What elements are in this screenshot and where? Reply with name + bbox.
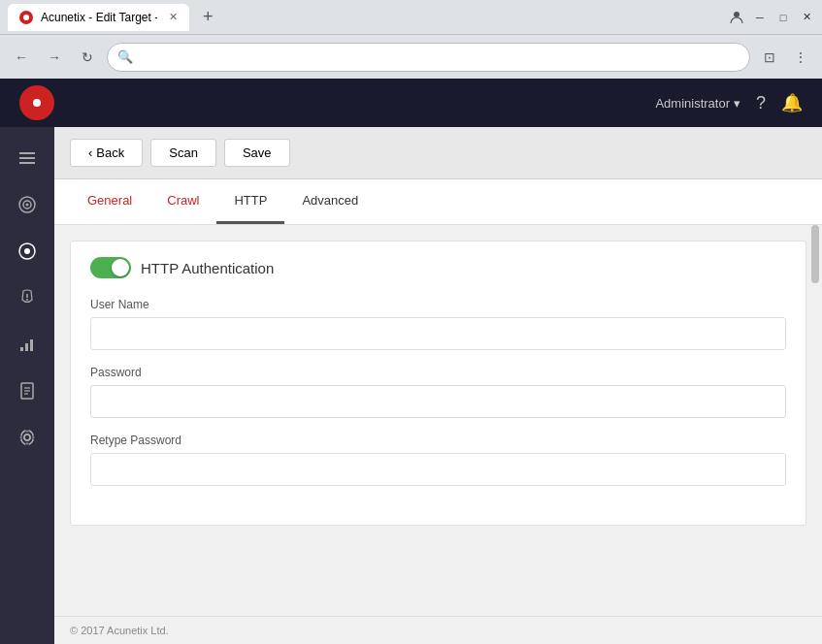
svg-rect-4 — [19, 157, 35, 159]
sidebar — [0, 127, 54, 644]
refresh-button[interactable]: ↻ — [74, 44, 101, 71]
retype-password-label: Retype Password — [90, 434, 786, 447]
svg-point-10 — [24, 248, 30, 254]
browser-toolbar-icons: ⊡ ⋮ — [756, 44, 814, 71]
svg-rect-3 — [19, 152, 35, 154]
save-button[interactable]: Save — [224, 139, 290, 167]
tab-http-label: HTTP — [234, 193, 267, 208]
search-icon: 🔍 — [117, 49, 133, 64]
menu-icon[interactable]: ⋮ — [787, 44, 814, 71]
sidebar-item-vulnerabilities[interactable] — [6, 276, 49, 319]
tab-crawl[interactable]: Crawl — [149, 179, 216, 224]
admin-button[interactable]: Administrator ▾ — [655, 96, 740, 111]
sidebar-item-targets[interactable] — [6, 183, 49, 226]
tab-favicon — [19, 11, 33, 24]
password-label: Password — [90, 366, 786, 379]
bookmark-icon[interactable]: ⊡ — [756, 44, 783, 71]
tab-favicon-inner — [23, 15, 29, 20]
browser-titlebar: Acunetix - Edit Target - h ✕ + ─ □ ✕ — [0, 0, 822, 34]
tab-http[interactable]: HTTP — [216, 179, 284, 224]
tab-advanced[interactable]: Advanced — [284, 179, 376, 224]
back-arrow-icon: ‹ — [88, 145, 92, 160]
address-input[interactable] — [139, 49, 740, 64]
browser-tab[interactable]: Acunetix - Edit Target - h ✕ — [8, 4, 189, 31]
sidebar-item-reports[interactable] — [6, 323, 49, 366]
forward-nav-button[interactable]: → — [41, 44, 68, 71]
sidebar-item-documents[interactable] — [6, 370, 49, 412]
back-nav-button[interactable]: ← — [8, 44, 35, 71]
http-auth-section: HTTP Authentication User Name Password R… — [70, 241, 806, 526]
admin-dropdown-icon: ▾ — [734, 96, 740, 111]
section-title: HTTP Authentication — [141, 260, 274, 276]
tab-content: HTTP Authentication User Name Password R… — [54, 225, 822, 541]
scan-button[interactable]: Scan — [150, 139, 216, 167]
svg-point-21 — [24, 435, 30, 440]
sidebar-item-settings[interactable] — [6, 416, 49, 459]
minimize-button[interactable]: ─ — [752, 10, 768, 25]
copyright-text: © 2017 Acunetix Ltd. — [70, 625, 169, 636]
tab-crawl-label: Crawl — [167, 193, 199, 208]
svg-point-12 — [26, 299, 28, 301]
page-footer: © 2017 Acunetix Ltd. — [54, 616, 822, 644]
tab-general[interactable]: General — [70, 179, 149, 224]
section-header: HTTP Authentication — [90, 257, 786, 278]
app-header: Administrator ▾ ? 🔔 — [0, 79, 822, 127]
sidebar-item-scan[interactable] — [6, 230, 49, 273]
username-input[interactable] — [90, 317, 786, 350]
tab-close-button[interactable]: ✕ — [169, 11, 178, 23]
scrollbar-track[interactable] — [808, 225, 822, 616]
new-tab-button[interactable]: + — [195, 3, 221, 31]
svg-point-8 — [26, 204, 29, 207]
password-group: Password — [90, 366, 786, 418]
content-area: ‹ Back Scan Save General Crawl — [54, 127, 822, 644]
save-button-label: Save — [243, 145, 272, 160]
retype-password-input[interactable] — [90, 453, 786, 486]
address-bar[interactable]: 🔍 — [107, 43, 750, 72]
window-controls: ─ □ ✕ — [729, 10, 814, 25]
tab-content-wrapper: HTTP Authentication User Name Password R… — [54, 225, 822, 616]
header-right: Administrator ▾ ? 🔔 — [655, 92, 803, 113]
username-label: User Name — [90, 298, 786, 311]
svg-point-0 — [734, 12, 740, 17]
svg-rect-14 — [25, 343, 28, 351]
help-button[interactable]: ? — [756, 93, 766, 113]
password-input[interactable] — [90, 385, 786, 418]
scrollbar-thumb[interactable] — [811, 225, 819, 283]
sidebar-item-list[interactable] — [6, 137, 49, 179]
scan-button-label: Scan — [169, 145, 198, 160]
tabs-container: General Crawl HTTP Advanced — [54, 179, 822, 225]
notifications-button[interactable]: 🔔 — [781, 92, 803, 113]
back-button[interactable]: ‹ Back — [70, 139, 143, 167]
app-container: Administrator ▾ ? 🔔 — [0, 79, 822, 644]
admin-label: Administrator — [655, 96, 730, 111]
tab-title: Acunetix - Edit Target - h — [41, 11, 157, 24]
profile-icon[interactable] — [729, 10, 744, 25]
svg-rect-13 — [20, 347, 23, 351]
http-auth-toggle[interactable] — [90, 257, 131, 278]
page-toolbar: ‹ Back Scan Save — [54, 127, 822, 179]
retype-password-group: Retype Password — [90, 434, 786, 486]
tab-general-label: General — [87, 193, 132, 208]
close-button[interactable]: ✕ — [799, 10, 814, 25]
svg-rect-5 — [19, 162, 35, 164]
app-logo — [19, 85, 54, 120]
main-body: ‹ Back Scan Save General Crawl — [0, 127, 822, 644]
browser-toolbar: ← → ↻ 🔍 ⊡ ⋮ — [0, 34, 822, 79]
maximize-button[interactable]: □ — [775, 10, 791, 25]
back-button-label: Back — [96, 145, 124, 160]
svg-point-2 — [33, 99, 41, 107]
username-group: User Name — [90, 298, 786, 350]
toggle-knob — [112, 259, 129, 276]
svg-rect-15 — [30, 339, 33, 351]
tab-advanced-label: Advanced — [302, 193, 358, 208]
